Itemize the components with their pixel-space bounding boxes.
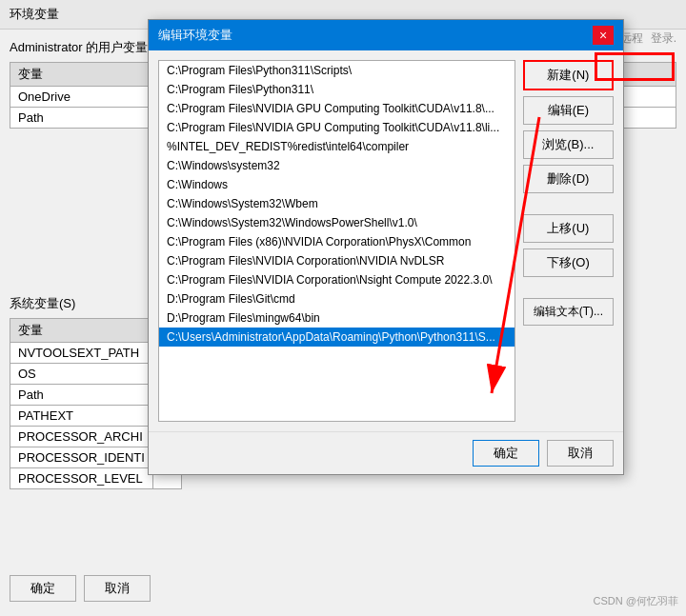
- edit-text-button[interactable]: 编辑文本(T)...: [523, 298, 614, 326]
- var-name: Path: [10, 385, 153, 406]
- list-item[interactable]: D:\Program Files\Git\cmd: [159, 289, 514, 308]
- list-item[interactable]: C:\Windows\system32: [159, 156, 514, 175]
- list-item[interactable]: C:\Program Files\NVIDIA Corporation\Nsig…: [159, 270, 514, 289]
- list-item[interactable]: C:\Program Files\NVIDIA GPU Computing To…: [159, 118, 514, 137]
- list-item[interactable]: C:\Program Files\NVIDIA GPU Computing To…: [159, 99, 514, 118]
- move-up-button[interactable]: 上移(U): [523, 214, 614, 243]
- login-label: 登录.: [651, 30, 676, 47]
- watermark: CSDN @何忆羽菲: [594, 594, 678, 608]
- dialog-footer: 确定 取消: [149, 431, 623, 474]
- list-item[interactable]: C:\Windows\System32\WindowsPowerShell\v1…: [159, 213, 514, 232]
- var-name: PROCESSOR_LEVEL: [10, 468, 153, 489]
- var-name: NVTOOLSEXT_PATH: [10, 343, 153, 364]
- list-item[interactable]: C:\Windows: [159, 175, 514, 194]
- dialog-title-bar: 编辑环境变量 ×: [149, 20, 623, 50]
- bg-bottom-right-buttons: 远程 登录.: [620, 30, 676, 47]
- list-item[interactable]: C:\Users\Administrator\AppData\Roaming\P…: [159, 328, 514, 347]
- dialog-title: 编辑环境变量: [158, 27, 232, 44]
- bg-window-title: 环境变量: [10, 6, 59, 23]
- var-name: PROCESSOR_ARCHI: [10, 427, 153, 447]
- list-item[interactable]: C:\Program Files\Python311\Scripts\: [159, 61, 514, 80]
- list-item[interactable]: D:\Program Files\mingw64\bin: [159, 308, 514, 328]
- dialog-side-buttons: 新建(N) 编辑(E) 浏览(B)... 删除(D) 上移(U) 下移(O) 编…: [523, 60, 614, 422]
- sys-section-title: 系统变量(S): [10, 295, 152, 312]
- bg-cancel-button[interactable]: 取消: [84, 575, 151, 602]
- var-name: PROCESSOR_IDENTI: [10, 447, 153, 468]
- list-item[interactable]: C:\Program Files\Python311\: [159, 80, 514, 99]
- dialog-ok-button[interactable]: 确定: [473, 440, 539, 467]
- move-down-button[interactable]: 下移(O): [523, 248, 614, 277]
- new-button[interactable]: 新建(N): [523, 60, 614, 90]
- delete-button[interactable]: 删除(D): [523, 165, 614, 193]
- edit-dialog: 编辑环境变量 × C:\Program Files\Python311\Scri…: [148, 19, 624, 475]
- bg-ok-button[interactable]: 确定: [10, 575, 76, 602]
- var-name: PATHEXT: [10, 406, 153, 427]
- sys-table-header-var: 变量: [10, 319, 153, 343]
- dialog-body: C:\Program Files\Python311\Scripts\C:\Pr…: [149, 50, 623, 431]
- list-item[interactable]: %INTEL_DEV_REDIST%redist\intel64\compile…: [159, 137, 514, 156]
- bg-footer-buttons: 确定 取消: [10, 575, 151, 602]
- list-item[interactable]: C:\Windows\System32\Wbem: [159, 194, 514, 213]
- dialog-cancel-button[interactable]: 取消: [547, 440, 614, 467]
- sys-section: 系统变量(S) 变量 值 NVTOOLSEXT_PATH OS Path: [10, 295, 152, 489]
- var-name: OS: [10, 364, 153, 385]
- browse-button[interactable]: 浏览(B)...: [523, 130, 614, 159]
- edit-button[interactable]: 编辑(E): [523, 96, 614, 125]
- list-item[interactable]: C:\Program Files\NVIDIA Corporation\NVID…: [159, 251, 514, 270]
- list-item[interactable]: C:\Program Files (x86)\NVIDIA Corporatio…: [159, 232, 514, 251]
- path-list[interactable]: C:\Program Files\Python311\Scripts\C:\Pr…: [158, 60, 515, 422]
- dialog-close-button[interactable]: ×: [593, 26, 614, 45]
